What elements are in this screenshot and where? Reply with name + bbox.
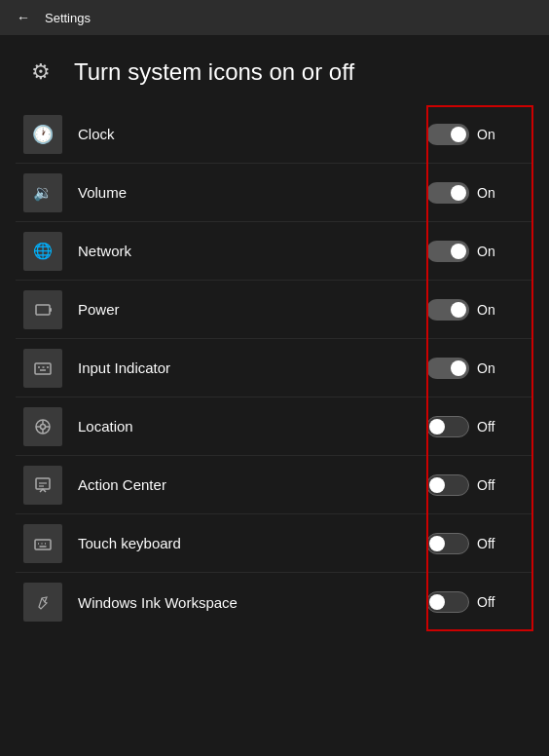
power-toggle[interactable]: [426, 299, 469, 321]
svg-rect-1: [50, 308, 52, 312]
settings-item-clock: 🕐 Clock On: [16, 105, 533, 164]
action-center-label: Action Center: [62, 476, 419, 493]
svg-rect-2: [35, 363, 51, 374]
title-bar-text: Settings: [45, 11, 91, 25]
settings-item-power: Power On: [16, 281, 533, 339]
volume-icon: 🔉: [23, 173, 62, 212]
action-center-icon: [23, 466, 62, 505]
volume-toggle[interactable]: [426, 182, 469, 204]
touch-keyboard-label: Touch keyboard: [62, 535, 419, 551]
svg-rect-0: [36, 305, 50, 315]
svg-point-8: [41, 424, 46, 429]
windows-ink-state: Off: [477, 594, 500, 610]
network-state: On: [477, 244, 500, 259]
network-label: Network: [62, 243, 419, 259]
settings-list: 🕐 Clock On 🔉 Volume On: [0, 105, 549, 631]
windows-ink-icon: [23, 583, 62, 622]
input-indicator-state: On: [477, 360, 500, 376]
svg-rect-16: [35, 540, 51, 549]
gear-icon: ⚙: [23, 55, 58, 90]
power-label: Power: [62, 301, 419, 318]
page-header: ⚙ Turn system icons on or off: [0, 35, 549, 105]
clock-label: Clock: [62, 126, 419, 142]
settings-item-location: Location Off: [16, 397, 533, 456]
clock-toggle[interactable]: [426, 124, 469, 145]
settings-item-network: 🌐 Network On: [16, 222, 533, 281]
location-state: Off: [477, 419, 500, 435]
location-label: Location: [62, 418, 419, 435]
clock-icon: 🕐: [23, 115, 62, 154]
location-icon: [23, 407, 62, 446]
clock-state: On: [477, 127, 500, 142]
settings-item-touch-keyboard: Touch keyboard Off: [16, 514, 533, 573]
title-bar: ← Settings: [0, 0, 549, 35]
touch-keyboard-toggle[interactable]: [426, 533, 469, 554]
page-title: Turn system icons on or off: [74, 58, 354, 86]
settings-item-volume: 🔉 Volume On: [16, 164, 533, 222]
windows-ink-label: Windows Ink Workspace: [62, 594, 419, 611]
touch-keyboard-state: Off: [477, 536, 500, 551]
input-indicator-label: Input Indicator: [62, 359, 419, 376]
input-indicator-icon: [23, 349, 62, 388]
network-icon: 🌐: [23, 232, 62, 271]
action-center-state: Off: [477, 477, 500, 493]
settings-item-input-indicator: Input Indicator On: [16, 339, 533, 397]
input-indicator-toggle[interactable]: [426, 358, 469, 379]
volume-label: Volume: [62, 184, 419, 201]
settings-item-action-center: Action Center Off: [16, 456, 533, 514]
location-toggle[interactable]: [426, 416, 469, 437]
network-toggle[interactable]: [426, 241, 469, 262]
windows-ink-toggle[interactable]: [426, 591, 469, 613]
volume-state: On: [477, 185, 500, 201]
svg-line-21: [42, 598, 45, 602]
touch-keyboard-icon: [23, 524, 62, 563]
settings-item-windows-ink: Windows Ink Workspace Off: [16, 573, 533, 631]
action-center-toggle[interactable]: [426, 474, 469, 496]
power-icon: [23, 290, 62, 329]
back-button[interactable]: ←: [12, 6, 35, 29]
power-state: On: [477, 302, 500, 318]
